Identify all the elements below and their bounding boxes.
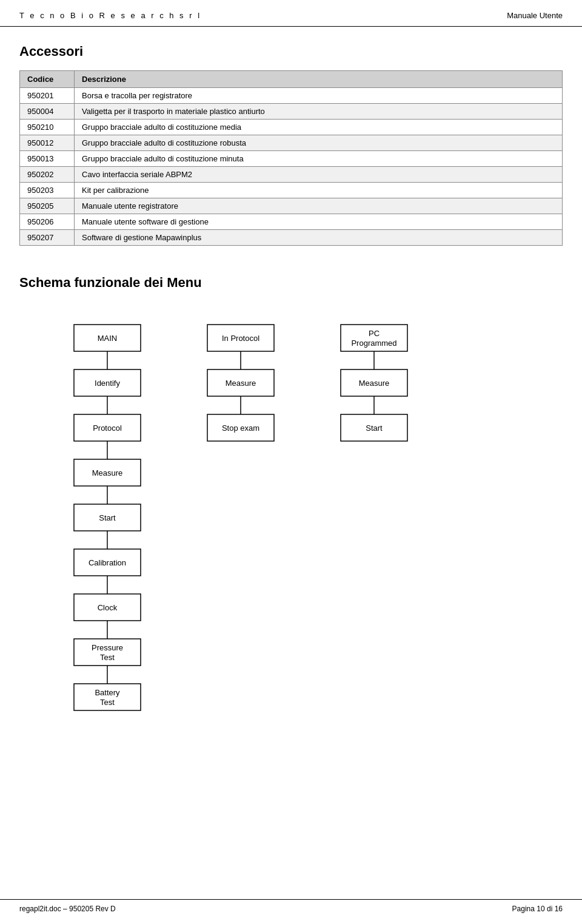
flowchart-svg: MAINIdentifyProtocolMeasureStartCalibrat… — [19, 312, 541, 741]
table-cell-desc: Borsa e tracolla per registratore — [75, 88, 563, 104]
svg-text:Test: Test — [100, 698, 115, 707]
svg-text:Protocol: Protocol — [93, 423, 122, 433]
table-row: 950201Borsa e tracolla per registratore — [20, 88, 563, 104]
svg-text:Clock: Clock — [98, 603, 118, 612]
table-cell-code: 950205 — [20, 198, 75, 214]
table-cell-code: 950004 — [20, 104, 75, 120]
svg-text:Test: Test — [100, 653, 115, 662]
page-footer: regapl2it.doc – 950205 Rev D Pagina 10 d… — [0, 899, 582, 913]
svg-text:Start: Start — [99, 513, 116, 522]
svg-text:Programmed: Programmed — [351, 339, 396, 348]
table-cell-desc: Gruppo bracciale adulto di costituzione … — [75, 151, 563, 167]
flowchart: MAINIdentifyProtocolMeasureStartCalibrat… — [19, 312, 563, 743]
table-row: 950205Manuale utente registratore — [20, 198, 563, 214]
manual-title: Manuale Utente — [507, 11, 563, 20]
table-cell-code: 950202 — [20, 167, 75, 183]
footer-filename: regapl2it.doc – 950205 Rev D — [19, 905, 116, 913]
table-row: 950012Gruppo bracciale adulto di costitu… — [20, 135, 563, 151]
table-cell-code: 950206 — [20, 214, 75, 230]
table-row: 950004Valigetta per il trasporto in mate… — [20, 104, 563, 120]
table-cell-desc: Kit per calibrazione — [75, 183, 563, 198]
table-cell-desc: Cavo interfaccia seriale ABPM2 — [75, 167, 563, 183]
table-header-desc: Descrizione — [75, 71, 563, 88]
company-name: T e c n o B i o R e s e a r c h s r l — [19, 11, 201, 20]
section-accessori-title: Accessori — [19, 44, 563, 59]
schema-title: Schema funzionale dei Menu — [19, 275, 563, 291]
svg-text:Stop exam: Stop exam — [222, 423, 259, 433]
table-cell-code: 950210 — [20, 120, 75, 135]
table-cell-code: 950207 — [20, 230, 75, 246]
svg-text:PC: PC — [369, 329, 380, 338]
page-content: Accessori Codice Descrizione 950201Borsa… — [0, 27, 582, 767]
page-header: T e c n o B i o R e s e a r c h s r l Ma… — [0, 0, 582, 27]
svg-text:Pressure: Pressure — [92, 643, 123, 652]
table-cell-code: 950201 — [20, 88, 75, 104]
table-cell-code: 950203 — [20, 183, 75, 198]
svg-text:Start: Start — [366, 423, 383, 433]
table-cell-desc: Gruppo bracciale adulto di costituzione … — [75, 135, 563, 151]
svg-text:MAIN: MAIN — [98, 334, 118, 343]
table-row: 950206Manuale utente software di gestion… — [20, 214, 563, 230]
footer-page: Pagina 10 di 16 — [512, 905, 563, 913]
svg-text:Calibration: Calibration — [89, 558, 126, 567]
table-row: 950202Cavo interfaccia seriale ABPM2 — [20, 167, 563, 183]
svg-text:Measure: Measure — [92, 468, 123, 477]
table-cell-desc: Manuale utente software di gestione — [75, 214, 563, 230]
table-row: 950203Kit per calibrazione — [20, 183, 563, 198]
svg-text:Measure: Measure — [226, 379, 256, 388]
table-row: 950207Software di gestione Mapawinplus — [20, 230, 563, 246]
svg-text:Measure: Measure — [359, 379, 390, 388]
table-row: 950210Gruppo bracciale adulto di costitu… — [20, 120, 563, 135]
table-cell-desc: Valigetta per il trasporto in materiale … — [75, 104, 563, 120]
svg-text:Battery: Battery — [95, 688, 120, 697]
table-cell-desc: Manuale utente registratore — [75, 198, 563, 214]
svg-text:Identify: Identify — [95, 379, 120, 388]
table-cell-desc: Gruppo bracciale adulto di costituzione … — [75, 120, 563, 135]
table-cell-code: 950012 — [20, 135, 75, 151]
accessories-table: Codice Descrizione 950201Borsa e tracoll… — [19, 70, 563, 246]
table-row: 950013Gruppo bracciale adulto di costitu… — [20, 151, 563, 167]
table-cell-desc: Software di gestione Mapawinplus — [75, 230, 563, 246]
table-cell-code: 950013 — [20, 151, 75, 167]
table-header-code: Codice — [20, 71, 75, 88]
svg-text:In Protocol: In Protocol — [222, 334, 259, 343]
